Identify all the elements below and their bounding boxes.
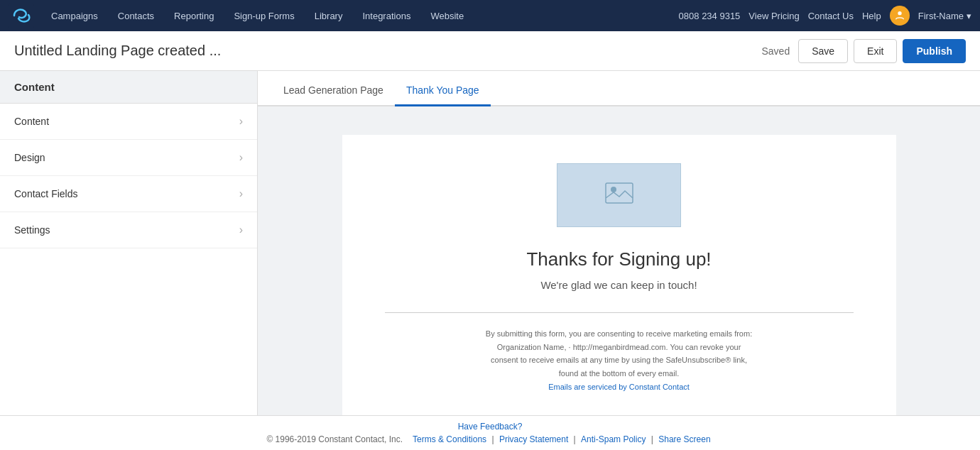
nav-view-pricing[interactable]: View Pricing bbox=[748, 11, 799, 21]
sidebar-item-design[interactable]: Design › bbox=[0, 140, 257, 176]
publish-button[interactable]: Publish bbox=[903, 39, 966, 63]
nav-signup-forms[interactable]: Sign-up Forms bbox=[224, 0, 304, 31]
preview-legal-text: By submitting this form, you are consent… bbox=[486, 329, 752, 378]
footer: Have Feedback? © 1996-2019 Constant Cont… bbox=[0, 415, 980, 450]
svg-rect-2 bbox=[606, 183, 633, 203]
save-button[interactable]: Save bbox=[798, 39, 848, 63]
image-placeholder bbox=[557, 163, 681, 227]
sidebar: Content Content › Design › Contact Field… bbox=[0, 71, 258, 415]
nav-website[interactable]: Website bbox=[420, 0, 474, 31]
nav-phone: 0808 234 9315 bbox=[679, 11, 741, 21]
main-layout: Content Content › Design › Contact Field… bbox=[0, 71, 980, 415]
right-content: Lead Generation Page Thank You Page Than… bbox=[258, 71, 980, 415]
page-title: Untitled Landing Page created ... bbox=[14, 43, 761, 59]
footer-terms[interactable]: Terms & Conditions bbox=[413, 434, 486, 444]
tabs-bar: Lead Generation Page Thank You Page bbox=[258, 71, 980, 106]
svg-point-1 bbox=[898, 11, 901, 15]
nav-avatar bbox=[890, 6, 910, 26]
nav-user[interactable]: First-Name ▾ bbox=[918, 11, 971, 21]
sidebar-item-label: Settings bbox=[14, 224, 50, 236]
nav-reporting[interactable]: Reporting bbox=[164, 0, 224, 31]
saved-status: Saved bbox=[761, 45, 790, 57]
sidebar-header: Content bbox=[0, 71, 257, 104]
svg-rect-0 bbox=[9, 3, 34, 28]
nav-contact-us[interactable]: Contact Us bbox=[808, 11, 854, 21]
preview-page: Thanks for Signing up! We're glad we can… bbox=[342, 135, 896, 415]
tab-thank-you[interactable]: Thank You Page bbox=[395, 76, 491, 106]
preview-legal: By submitting this form, you are consent… bbox=[484, 327, 754, 393]
footer-links: © 1996-2019 Constant Contact, Inc. Terms… bbox=[6, 434, 974, 444]
footer-feedback[interactable]: Have Feedback? bbox=[6, 422, 974, 432]
preview-area[interactable]: Thanks for Signing up! We're glad we can… bbox=[258, 106, 980, 415]
nav-links: Campaigns Contacts Reporting Sign-up For… bbox=[41, 0, 679, 31]
nav-help[interactable]: Help bbox=[862, 11, 881, 21]
title-bar: Untitled Landing Page created ... Saved … bbox=[0, 31, 980, 71]
tab-lead-generation[interactable]: Lead Generation Page bbox=[272, 76, 395, 106]
footer-antispam[interactable]: Anti-Spam Policy bbox=[581, 434, 646, 444]
brand-logo[interactable] bbox=[9, 3, 34, 28]
chevron-right-icon: › bbox=[239, 151, 243, 164]
svg-point-3 bbox=[611, 187, 616, 192]
nav-integrations[interactable]: Integrations bbox=[352, 0, 420, 31]
sidebar-item-label: Content bbox=[14, 116, 49, 127]
sidebar-item-settings[interactable]: Settings › bbox=[0, 212, 257, 248]
preview-divider bbox=[385, 312, 854, 313]
footer-copyright: © 1996-2019 Constant Contact, Inc. bbox=[266, 434, 403, 444]
chevron-right-icon: › bbox=[239, 187, 243, 200]
preview-subtitle: We're glad we can keep in touch! bbox=[540, 279, 697, 291]
exit-button[interactable]: Exit bbox=[854, 39, 897, 63]
feedback-link[interactable]: Have Feedback? bbox=[458, 422, 523, 432]
footer-privacy[interactable]: Privacy Statement bbox=[499, 434, 568, 444]
nav-library[interactable]: Library bbox=[305, 0, 353, 31]
sidebar-item-content[interactable]: Content › bbox=[0, 104, 257, 140]
sidebar-item-label: Design bbox=[14, 152, 45, 163]
sidebar-item-contact-fields[interactable]: Contact Fields › bbox=[0, 176, 257, 212]
nav-contacts[interactable]: Contacts bbox=[108, 0, 164, 31]
chevron-down-icon: ▾ bbox=[967, 11, 971, 21]
image-icon bbox=[605, 182, 633, 209]
footer-share-screen[interactable]: Share Screen bbox=[658, 434, 710, 444]
chevron-right-icon: › bbox=[239, 115, 243, 128]
chevron-right-icon: › bbox=[239, 224, 243, 236]
sidebar-item-label: Contact Fields bbox=[14, 188, 77, 199]
preview-title: Thanks for Signing up! bbox=[526, 248, 711, 270]
title-actions: Saved Save Exit Publish bbox=[761, 39, 966, 63]
top-navigation: Campaigns Contacts Reporting Sign-up For… bbox=[0, 0, 980, 31]
nav-campaigns[interactable]: Campaigns bbox=[41, 0, 108, 31]
preview-legal-link[interactable]: Emails are serviced by Constant Contact bbox=[548, 383, 690, 391]
nav-right: 0808 234 9315 View Pricing Contact Us He… bbox=[679, 6, 971, 26]
